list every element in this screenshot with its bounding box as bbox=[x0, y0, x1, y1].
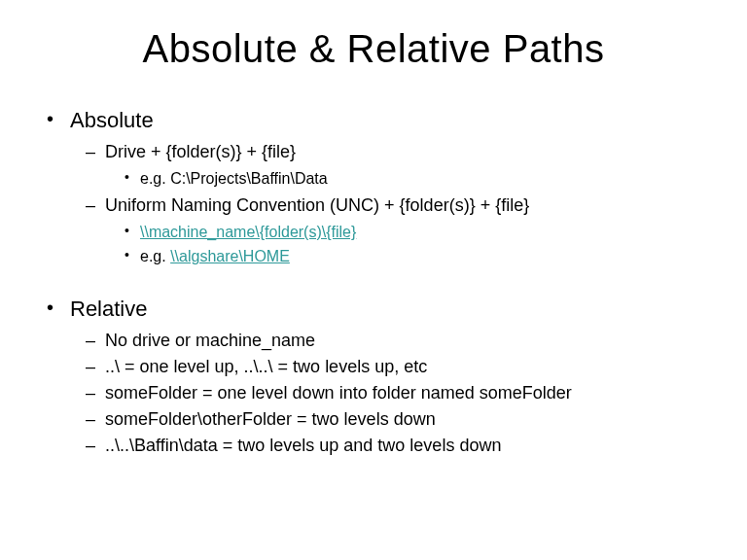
item-text: No drive or machine_name bbox=[105, 331, 315, 350]
slide: Absolute & Relative Paths Absolute Drive… bbox=[0, 0, 747, 560]
item-text: ..\..\Baffin\data = two levels up and tw… bbox=[105, 436, 501, 455]
bullet-list-level2: Drive + {folder(s)} + {file} e.g. C:\Pro… bbox=[84, 139, 708, 269]
list-item: someFolder = one level down into folder … bbox=[84, 380, 708, 406]
unc-template-link[interactable]: \\machine_name\{folder(s)\{file} bbox=[140, 224, 356, 240]
unc-example-link[interactable]: \\algshare\HOME bbox=[170, 248, 290, 264]
item-text: someFolder\otherFolder = two levels down bbox=[105, 409, 436, 429]
list-item: ..\ = one level up, ..\..\ = two levels … bbox=[84, 354, 708, 380]
list-item: Uniform Naming Convention (UNC) + {folde… bbox=[84, 192, 708, 269]
list-item: e.g. \\algshare\HOME bbox=[123, 245, 708, 269]
list-item: someFolder\otherFolder = two levels down bbox=[84, 406, 708, 433]
section-absolute: Absolute Drive + {folder(s)} + {file} e.… bbox=[43, 106, 708, 269]
item-text: Drive + {folder(s)} + {file} bbox=[105, 142, 296, 161]
bullet-list-level3: \\machine_name\{folder(s)\{file} e.g. \\… bbox=[123, 221, 708, 269]
list-item: No drive or machine_name bbox=[84, 328, 708, 354]
list-item: e.g. C:\Projects\Baffin\Data bbox=[123, 167, 708, 192]
item-prefix: e.g. bbox=[140, 248, 170, 264]
section-heading: Relative bbox=[70, 297, 147, 321]
section-relative: Relative No drive or machine_name ..\ = … bbox=[43, 295, 708, 459]
item-text: Uniform Naming Convention (UNC) + {folde… bbox=[105, 195, 529, 215]
list-item: Drive + {folder(s)} + {file} e.g. C:\Pro… bbox=[84, 139, 708, 192]
item-text: ..\ = one level up, ..\..\ = two levels … bbox=[105, 357, 427, 376]
slide-title: Absolute & Relative Paths bbox=[39, 27, 708, 71]
bullet-list-level3: e.g. C:\Projects\Baffin\Data bbox=[123, 167, 708, 192]
item-text: e.g. C:\Projects\Baffin\Data bbox=[140, 170, 328, 187]
item-text: someFolder = one level down into folder … bbox=[105, 383, 572, 402]
list-item: \\machine_name\{folder(s)\{file} bbox=[123, 221, 708, 245]
section-heading: Absolute bbox=[70, 108, 154, 132]
bullet-list-level2: No drive or machine_name ..\ = one level… bbox=[84, 328, 708, 459]
bullet-list-level1: Absolute Drive + {folder(s)} + {file} e.… bbox=[43, 106, 708, 459]
list-item: ..\..\Baffin\data = two levels up and tw… bbox=[84, 433, 708, 459]
